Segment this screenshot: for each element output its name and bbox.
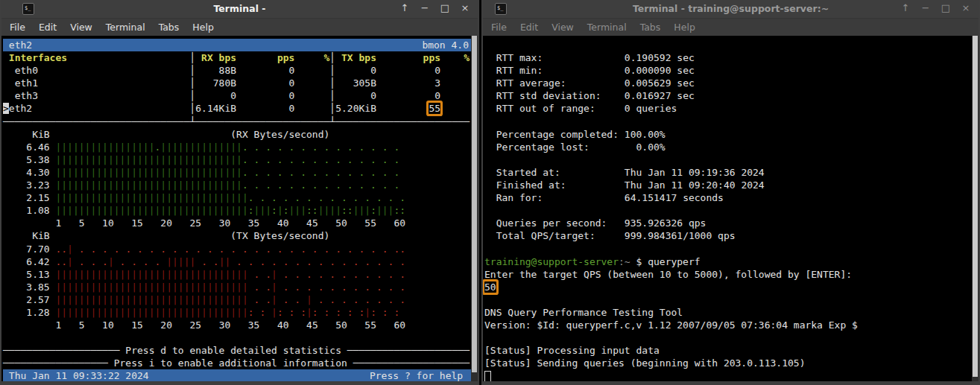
terminal-text: . . . . . . . . . . . . . . [242, 154, 405, 165]
terminal-text: 20 [143, 217, 172, 229]
terminal-text: . . . . . . . . . . . . . . [242, 167, 405, 178]
terminal-text: . . . . . . . . . . . [277, 269, 405, 280]
terminal-text: ||||| [166, 256, 195, 267]
terminal-text: 5.20KiB [335, 103, 376, 114]
terminal-line: eth3 │ 0 0 │ 0 0 [3, 89, 471, 102]
terminal-line: Queries per second: 935.926326 qps [484, 217, 972, 229]
terminal-text: 0 [236, 103, 294, 114]
terminal-text [38, 65, 190, 76]
terminal-text: 10 [85, 319, 114, 331]
terminal-text: ||||||||||||||||||||||||||||||||| [55, 269, 247, 280]
maximize-button[interactable]: □ [941, 2, 951, 13]
terminal-text: 935.926326 qps [625, 217, 706, 229]
terminal-text: 0.00% [636, 141, 666, 153]
terminal-text: . . [248, 294, 271, 305]
close-button[interactable]: × [460, 2, 470, 13]
terminal-text: 100.00% [625, 129, 666, 140]
right-scrollbar-thumb[interactable] [973, 36, 978, 377]
selection-marker: > [3, 103, 9, 114]
close-button[interactable]: × [961, 2, 971, 13]
menu-item-help[interactable]: Help [186, 22, 221, 33]
terminal-text: TX bps [335, 52, 376, 63]
terminal-line: 4.30 ||||||||||||||||||||||||||||||||. .… [3, 166, 471, 179]
terminal-text: Finished at: [484, 179, 566, 191]
terminal-text: |||||||||||||||||||||||||||||||| [55, 154, 241, 165]
menu-item-file[interactable]: File [484, 22, 513, 33]
terminal-text: 0 [376, 90, 440, 101]
terminal-line: RTT max: 0.190592 sec [484, 51, 972, 64]
terminal-text [38, 77, 190, 89]
terminal-line: Percentage lost: 0.00% [484, 141, 972, 153]
minimize-button[interactable]: − [420, 2, 430, 13]
terminal-text: || [219, 256, 231, 267]
terminal-text [595, 230, 625, 241]
left-terminal-window: $_ Terminal - ↑ − □ × File Edit View Ter… [0, 0, 479, 385]
terminal-text: 6.46 [3, 141, 55, 153]
terminal-text: ||| [289, 205, 306, 216]
terminal-text [543, 65, 625, 76]
terminal-text [50, 129, 231, 140]
rollup-button[interactable]: ↑ [900, 2, 911, 13]
terminal-text: 50 [318, 319, 347, 331]
left-scrollbar[interactable] [471, 36, 478, 381]
terminal-text [294, 90, 329, 101]
menu-item-edit[interactable]: Edit [513, 22, 545, 33]
left-terminal-content[interactable]: eth2bmon 4.0 Interfaces │ RX bps pps %│ … [1, 36, 478, 381]
terminal-text: | [271, 294, 277, 305]
bmon-screen[interactable]: eth2bmon 4.0 Interfaces │ RX bps pps %│ … [1, 36, 471, 381]
terminal-text [440, 103, 470, 114]
menu-item-edit[interactable]: Edit [32, 22, 63, 33]
terminal-line: 1.28 |||||||||||||||||||||||||||||||||: … [3, 306, 471, 319]
left-scrollbar-thumb[interactable] [472, 36, 477, 372]
shell-screen[interactable]: RTT max: 0.190592 sec RTT min: 0.000090 … [483, 36, 972, 381]
terminal-text: RTT max: [484, 52, 543, 63]
terminal-text [543, 192, 625, 203]
terminal-text: : : : [370, 307, 405, 318]
menu-item-tabs[interactable]: Tabs [633, 22, 668, 33]
terminal-text: . . [195, 256, 218, 267]
terminal-text: : : : : : [312, 307, 364, 318]
terminal-text: 6.14KiB [195, 103, 236, 114]
terminal-line [3, 331, 471, 344]
terminal-text: 0.190592 sec [625, 52, 695, 63]
terminal-text: | [108, 256, 114, 267]
terminal-text: ──────────────────── [3, 345, 120, 356]
terminal-line [484, 39, 972, 51]
terminal-text: 780B [195, 77, 236, 89]
terminal-text: ||| [254, 205, 271, 216]
menu-item-terminal[interactable]: Terminal [99, 22, 152, 33]
left-titlebar[interactable]: $_ Terminal - ↑ − □ × [1, 0, 478, 19]
terminal-text [566, 77, 625, 89]
terminal-text: . . . . . . . . . . . . . . [242, 179, 405, 191]
menu-item-file[interactable]: File [3, 22, 32, 33]
menu-item-tabs[interactable]: Tabs [152, 22, 186, 33]
terminal-text: ──────────────────────────────── [3, 116, 189, 127]
terminal-text: ─────────────────────── [335, 116, 470, 127]
menu-item-view[interactable]: View [545, 22, 581, 33]
right-scrollbar[interactable] [972, 36, 979, 381]
terminal-text: | [271, 269, 277, 280]
terminal-text: 0 [376, 65, 440, 76]
terminal-text: 5.13 [3, 269, 55, 280]
terminal-text: 0 [236, 65, 294, 76]
menu-item-terminal[interactable]: Terminal [581, 22, 633, 33]
terminal-text [67, 52, 189, 63]
terminal-line: 5.38 ||||||||||||||||||||||||||||||||. .… [3, 153, 471, 166]
menu-item-view[interactable]: View [63, 22, 99, 33]
terminal-line: 1 5 10 15 20 25 30 35 40 45 50 55 60 [3, 319, 471, 331]
terminal-text: │ [329, 77, 335, 89]
right-terminal-content[interactable]: RTT max: 0.190592 sec RTT min: 0.000090 … [483, 36, 979, 381]
terminal-text: Press i to enable additional information [108, 357, 353, 369]
minimize-button[interactable]: − [920, 2, 931, 13]
terminal-line: DNS Query Performance Testing Tool [484, 306, 972, 319]
right-titlebar[interactable]: $_ Terminal - training@support-server:~ … [483, 0, 979, 19]
menu-item-help[interactable]: Help [667, 22, 702, 33]
rollup-button[interactable]: ↑ [399, 2, 410, 13]
terminal-text: Thu Jan 11 09:33:22 2024 [3, 369, 149, 381]
terminal-text: . . . . . . . . . . . . . . . [230, 256, 405, 267]
terminal-text: 60 [376, 319, 405, 331]
terminal-line: 3.85 ||||||||||||||||||||||||||||||||| .… [3, 281, 471, 293]
maximize-button[interactable]: □ [440, 2, 450, 13]
terminal-text: :: [393, 205, 405, 216]
terminal-text: 0 [335, 65, 376, 76]
